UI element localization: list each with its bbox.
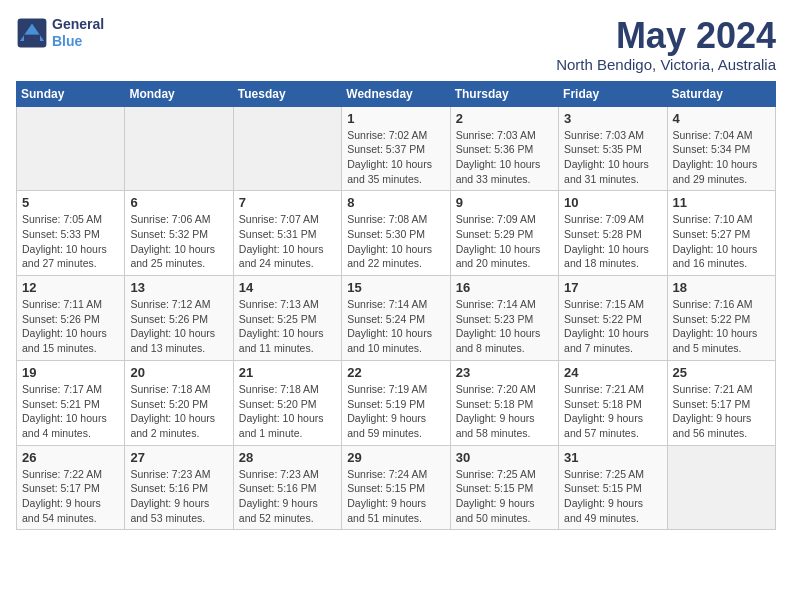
day-number: 2	[456, 111, 553, 126]
day-info: Sunrise: 7:22 AM Sunset: 5:17 PM Dayligh…	[22, 467, 119, 526]
day-info: Sunrise: 7:21 AM Sunset: 5:18 PM Dayligh…	[564, 382, 661, 441]
day-info: Sunrise: 7:18 AM Sunset: 5:20 PM Dayligh…	[239, 382, 336, 441]
day-info: Sunrise: 7:09 AM Sunset: 5:29 PM Dayligh…	[456, 212, 553, 271]
day-number: 8	[347, 195, 444, 210]
day-number: 28	[239, 450, 336, 465]
day-number: 27	[130, 450, 227, 465]
day-number: 31	[564, 450, 661, 465]
calendar-cell: 26Sunrise: 7:22 AM Sunset: 5:17 PM Dayli…	[17, 445, 125, 530]
day-info: Sunrise: 7:09 AM Sunset: 5:28 PM Dayligh…	[564, 212, 661, 271]
day-number: 9	[456, 195, 553, 210]
calendar-cell	[233, 106, 341, 191]
logo-line2: Blue	[52, 33, 104, 50]
day-number: 1	[347, 111, 444, 126]
day-header-saturday: Saturday	[667, 81, 775, 106]
calendar-week-4: 19Sunrise: 7:17 AM Sunset: 5:21 PM Dayli…	[17, 360, 776, 445]
day-info: Sunrise: 7:14 AM Sunset: 5:23 PM Dayligh…	[456, 297, 553, 356]
day-number: 18	[673, 280, 770, 295]
calendar-cell	[125, 106, 233, 191]
day-number: 12	[22, 280, 119, 295]
day-number: 14	[239, 280, 336, 295]
day-number: 10	[564, 195, 661, 210]
day-info: Sunrise: 7:19 AM Sunset: 5:19 PM Dayligh…	[347, 382, 444, 441]
day-header-monday: Monday	[125, 81, 233, 106]
logo-icon	[16, 17, 48, 49]
calendar-cell: 30Sunrise: 7:25 AM Sunset: 5:15 PM Dayli…	[450, 445, 558, 530]
calendar-cell: 17Sunrise: 7:15 AM Sunset: 5:22 PM Dayli…	[559, 276, 667, 361]
day-header-wednesday: Wednesday	[342, 81, 450, 106]
calendar: SundayMondayTuesdayWednesdayThursdayFrid…	[16, 81, 776, 531]
day-info: Sunrise: 7:16 AM Sunset: 5:22 PM Dayligh…	[673, 297, 770, 356]
location: North Bendigo, Victoria, Australia	[556, 56, 776, 73]
day-number: 13	[130, 280, 227, 295]
day-header-tuesday: Tuesday	[233, 81, 341, 106]
day-info: Sunrise: 7:25 AM Sunset: 5:15 PM Dayligh…	[564, 467, 661, 526]
day-info: Sunrise: 7:11 AM Sunset: 5:26 PM Dayligh…	[22, 297, 119, 356]
day-info: Sunrise: 7:18 AM Sunset: 5:20 PM Dayligh…	[130, 382, 227, 441]
day-info: Sunrise: 7:24 AM Sunset: 5:15 PM Dayligh…	[347, 467, 444, 526]
day-info: Sunrise: 7:08 AM Sunset: 5:30 PM Dayligh…	[347, 212, 444, 271]
calendar-cell: 19Sunrise: 7:17 AM Sunset: 5:21 PM Dayli…	[17, 360, 125, 445]
calendar-cell: 4Sunrise: 7:04 AM Sunset: 5:34 PM Daylig…	[667, 106, 775, 191]
logo-line1: General	[52, 16, 104, 33]
month-title: May 2024	[556, 16, 776, 56]
calendar-cell: 9Sunrise: 7:09 AM Sunset: 5:29 PM Daylig…	[450, 191, 558, 276]
day-number: 29	[347, 450, 444, 465]
calendar-header-row: SundayMondayTuesdayWednesdayThursdayFrid…	[17, 81, 776, 106]
day-info: Sunrise: 7:03 AM Sunset: 5:36 PM Dayligh…	[456, 128, 553, 187]
day-info: Sunrise: 7:04 AM Sunset: 5:34 PM Dayligh…	[673, 128, 770, 187]
day-number: 23	[456, 365, 553, 380]
day-info: Sunrise: 7:13 AM Sunset: 5:25 PM Dayligh…	[239, 297, 336, 356]
day-info: Sunrise: 7:15 AM Sunset: 5:22 PM Dayligh…	[564, 297, 661, 356]
day-number: 17	[564, 280, 661, 295]
logo-text: General Blue	[52, 16, 104, 50]
calendar-cell: 1Sunrise: 7:02 AM Sunset: 5:37 PM Daylig…	[342, 106, 450, 191]
day-number: 6	[130, 195, 227, 210]
calendar-cell: 14Sunrise: 7:13 AM Sunset: 5:25 PM Dayli…	[233, 276, 341, 361]
calendar-week-5: 26Sunrise: 7:22 AM Sunset: 5:17 PM Dayli…	[17, 445, 776, 530]
page-header: General Blue May 2024 North Bendigo, Vic…	[16, 16, 776, 73]
day-info: Sunrise: 7:20 AM Sunset: 5:18 PM Dayligh…	[456, 382, 553, 441]
day-number: 25	[673, 365, 770, 380]
day-info: Sunrise: 7:12 AM Sunset: 5:26 PM Dayligh…	[130, 297, 227, 356]
calendar-cell	[667, 445, 775, 530]
day-number: 21	[239, 365, 336, 380]
calendar-cell: 11Sunrise: 7:10 AM Sunset: 5:27 PM Dayli…	[667, 191, 775, 276]
day-header-sunday: Sunday	[17, 81, 125, 106]
day-header-thursday: Thursday	[450, 81, 558, 106]
calendar-cell: 6Sunrise: 7:06 AM Sunset: 5:32 PM Daylig…	[125, 191, 233, 276]
day-number: 26	[22, 450, 119, 465]
calendar-cell: 25Sunrise: 7:21 AM Sunset: 5:17 PM Dayli…	[667, 360, 775, 445]
calendar-cell: 28Sunrise: 7:23 AM Sunset: 5:16 PM Dayli…	[233, 445, 341, 530]
day-info: Sunrise: 7:05 AM Sunset: 5:33 PM Dayligh…	[22, 212, 119, 271]
day-number: 16	[456, 280, 553, 295]
svg-rect-2	[24, 34, 40, 40]
calendar-cell: 29Sunrise: 7:24 AM Sunset: 5:15 PM Dayli…	[342, 445, 450, 530]
calendar-cell: 2Sunrise: 7:03 AM Sunset: 5:36 PM Daylig…	[450, 106, 558, 191]
calendar-cell: 5Sunrise: 7:05 AM Sunset: 5:33 PM Daylig…	[17, 191, 125, 276]
title-block: May 2024 North Bendigo, Victoria, Austra…	[556, 16, 776, 73]
day-number: 3	[564, 111, 661, 126]
calendar-cell: 27Sunrise: 7:23 AM Sunset: 5:16 PM Dayli…	[125, 445, 233, 530]
day-info: Sunrise: 7:25 AM Sunset: 5:15 PM Dayligh…	[456, 467, 553, 526]
calendar-cell: 18Sunrise: 7:16 AM Sunset: 5:22 PM Dayli…	[667, 276, 775, 361]
calendar-cell: 20Sunrise: 7:18 AM Sunset: 5:20 PM Dayli…	[125, 360, 233, 445]
calendar-cell: 21Sunrise: 7:18 AM Sunset: 5:20 PM Dayli…	[233, 360, 341, 445]
day-info: Sunrise: 7:10 AM Sunset: 5:27 PM Dayligh…	[673, 212, 770, 271]
day-info: Sunrise: 7:06 AM Sunset: 5:32 PM Dayligh…	[130, 212, 227, 271]
day-number: 4	[673, 111, 770, 126]
calendar-week-3: 12Sunrise: 7:11 AM Sunset: 5:26 PM Dayli…	[17, 276, 776, 361]
day-info: Sunrise: 7:17 AM Sunset: 5:21 PM Dayligh…	[22, 382, 119, 441]
calendar-cell	[17, 106, 125, 191]
calendar-cell: 3Sunrise: 7:03 AM Sunset: 5:35 PM Daylig…	[559, 106, 667, 191]
logo: General Blue	[16, 16, 104, 50]
calendar-week-1: 1Sunrise: 7:02 AM Sunset: 5:37 PM Daylig…	[17, 106, 776, 191]
day-info: Sunrise: 7:14 AM Sunset: 5:24 PM Dayligh…	[347, 297, 444, 356]
day-header-friday: Friday	[559, 81, 667, 106]
day-info: Sunrise: 7:02 AM Sunset: 5:37 PM Dayligh…	[347, 128, 444, 187]
day-number: 22	[347, 365, 444, 380]
calendar-week-2: 5Sunrise: 7:05 AM Sunset: 5:33 PM Daylig…	[17, 191, 776, 276]
day-number: 19	[22, 365, 119, 380]
calendar-cell: 16Sunrise: 7:14 AM Sunset: 5:23 PM Dayli…	[450, 276, 558, 361]
day-number: 15	[347, 280, 444, 295]
